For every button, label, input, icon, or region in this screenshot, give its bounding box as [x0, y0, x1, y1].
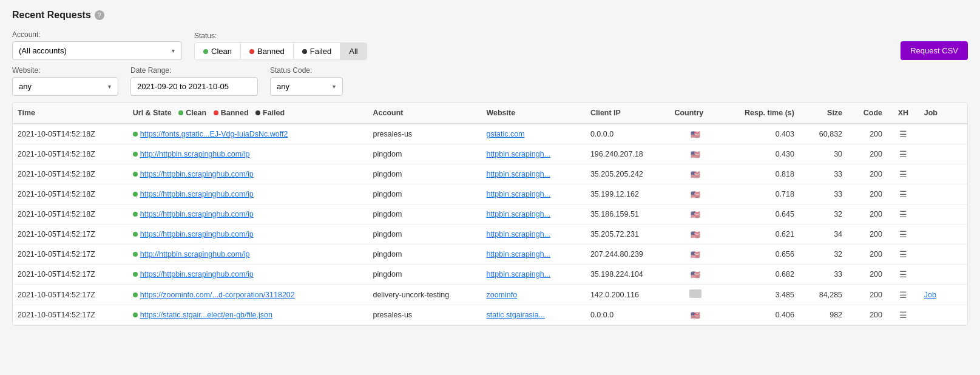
cell-resp-time: 0.621 — [721, 225, 799, 245]
th-account: Account — [368, 103, 481, 124]
cell-xh: ☰ — [887, 225, 919, 245]
cell-time: 2021-10-05T14:52:17Z — [13, 285, 128, 305]
th-resp-time: Resp. time (s) — [721, 103, 799, 124]
website-link[interactable]: httpbin.scrapingh... — [486, 170, 550, 178]
website-link[interactable]: zoominfo — [486, 291, 517, 299]
url-link[interactable]: https://zoominfo.com/...d-corporation/31… — [140, 291, 295, 299]
th-url-state: Url & State Clean Banned Failed — [128, 103, 368, 124]
cell-resp-time: 0.403 — [721, 124, 799, 144]
list-icon[interactable]: ☰ — [899, 269, 907, 279]
th-size: Size — [799, 103, 847, 124]
website-link[interactable]: httpbin.scrapingh... — [486, 270, 550, 279]
website-select[interactable]: any — [12, 77, 118, 96]
table-row: 2021-10-05T14:52:17Zhttps://static.stgai… — [13, 305, 967, 325]
filters-line2: Website: any Date Range: Status Code: an… — [12, 66, 968, 96]
cell-website: httpbin.scrapingh... — [481, 225, 585, 245]
cell-url: http://httpbin.scrapinghub.com/ip — [128, 144, 368, 164]
url-link[interactable]: http://httpbin.scrapinghub.com/ip — [140, 250, 250, 258]
cell-country: 🇺🇸 — [669, 124, 720, 144]
website-link[interactable]: httpbin.scrapingh... — [486, 230, 550, 238]
cell-job — [919, 204, 967, 225]
cell-size: 32 — [799, 204, 847, 225]
url-link[interactable]: https://httpbin.scrapinghub.com/ip — [140, 270, 254, 279]
table-row: 2021-10-05T14:52:17Zhttp://httpbin.scrap… — [13, 245, 967, 265]
page-header: Recent Requests ? — [12, 10, 968, 21]
url-link[interactable]: https://httpbin.scrapinghub.com/ip — [140, 210, 254, 218]
cell-job — [919, 305, 967, 325]
account-select[interactable]: (All accounts) — [12, 41, 182, 60]
url-link[interactable]: https://httpbin.scrapinghub.com/ip — [140, 230, 254, 238]
cell-job — [919, 164, 967, 184]
cell-size: 982 — [799, 305, 847, 325]
cell-code: 200 — [847, 184, 887, 204]
table-row: 2021-10-05T14:52:18Zhttps://httpbin.scra… — [13, 164, 967, 184]
cell-code: 200 — [847, 305, 887, 325]
list-icon[interactable]: ☰ — [899, 189, 907, 199]
website-link[interactable]: httpbin.scrapingh... — [486, 190, 550, 198]
table-row: 2021-10-05T14:52:18Zhttps://httpbin.scra… — [13, 184, 967, 204]
cell-url: https://httpbin.scrapinghub.com/ip — [128, 265, 368, 285]
status-btn-failed[interactable]: Failed — [294, 43, 340, 59]
cell-job — [919, 245, 967, 265]
list-icon[interactable]: ☰ — [899, 129, 907, 139]
website-label: Website: — [12, 66, 118, 75]
list-icon[interactable]: ☰ — [899, 249, 907, 259]
cell-code: 200 — [847, 124, 887, 144]
cell-client-ip: 35.186.159.51 — [586, 204, 670, 225]
list-icon[interactable]: ☰ — [899, 229, 907, 239]
cell-xh: ☰ — [887, 305, 919, 325]
cell-xh: ☰ — [887, 265, 919, 285]
cell-job — [919, 184, 967, 204]
list-icon[interactable]: ☰ — [899, 310, 907, 320]
url-link[interactable]: https://fonts.gstatic...EJ-Vdg-IuiaDsNc.… — [140, 130, 288, 138]
website-link[interactable]: httpbin.scrapingh... — [486, 250, 550, 258]
header-banned-dot — [214, 110, 218, 115]
status-label: Status: — [194, 32, 367, 40]
cell-country: 🇺🇸 — [669, 204, 720, 225]
cell-account: presales-us — [368, 124, 481, 144]
cell-client-ip: 35.199.12.162 — [586, 184, 670, 204]
cell-client-ip: 196.240.207.18 — [586, 144, 670, 164]
list-icon[interactable]: ☰ — [899, 149, 907, 159]
list-icon[interactable]: ☰ — [899, 290, 907, 300]
cell-code: 200 — [847, 265, 887, 285]
th-job: Job — [919, 103, 967, 124]
th-xh: XH — [887, 103, 919, 124]
cell-website: static.stgairasia... — [481, 305, 585, 325]
website-link[interactable]: httpbin.scrapingh... — [486, 210, 550, 218]
website-link[interactable]: httpbin.scrapingh... — [486, 150, 550, 158]
status-btn-all[interactable]: All — [340, 43, 366, 59]
cell-client-ip: 207.244.80.239 — [586, 245, 670, 265]
list-icon[interactable]: ☰ — [899, 169, 907, 179]
state-dot — [133, 292, 138, 297]
status-code-select[interactable]: any — [270, 77, 343, 96]
cell-url: https://httpbin.scrapinghub.com/ip — [128, 204, 368, 225]
state-dot — [133, 252, 138, 257]
status-btn-clean[interactable]: Clean — [195, 43, 241, 59]
th-website: Website — [481, 103, 585, 124]
job-link[interactable]: Job — [924, 291, 936, 299]
date-range-input[interactable] — [130, 77, 258, 96]
help-icon[interactable]: ? — [95, 10, 104, 20]
cell-xh: ☰ — [887, 285, 919, 305]
cell-size: 33 — [799, 184, 847, 204]
state-dot — [133, 172, 138, 177]
url-link[interactable]: https://static.stgair...elect/en-gb/file… — [140, 311, 272, 319]
th-code: Code — [847, 103, 887, 124]
failed-label: Failed — [310, 47, 331, 56]
url-link[interactable]: https://httpbin.scrapinghub.com/ip — [140, 190, 254, 198]
url-link[interactable]: http://httpbin.scrapinghub.com/ip — [140, 150, 250, 158]
cell-xh: ☰ — [887, 184, 919, 204]
cell-website: zoominfo — [481, 285, 585, 305]
website-link[interactable]: static.stgairasia... — [486, 311, 545, 319]
cell-country: 🇺🇸 — [669, 245, 720, 265]
cell-time: 2021-10-05T14:52:17Z — [13, 305, 128, 325]
cell-account: pingdom — [368, 225, 481, 245]
status-code-select-wrapper: any — [270, 77, 343, 96]
request-csv-button[interactable]: Request CSV — [901, 41, 968, 60]
all-label: All — [349, 47, 357, 56]
list-icon[interactable]: ☰ — [899, 209, 907, 219]
website-link[interactable]: gstatic.com — [486, 130, 524, 138]
status-btn-banned[interactable]: Banned — [241, 43, 294, 59]
url-link[interactable]: https://httpbin.scrapinghub.com/ip — [140, 170, 254, 178]
